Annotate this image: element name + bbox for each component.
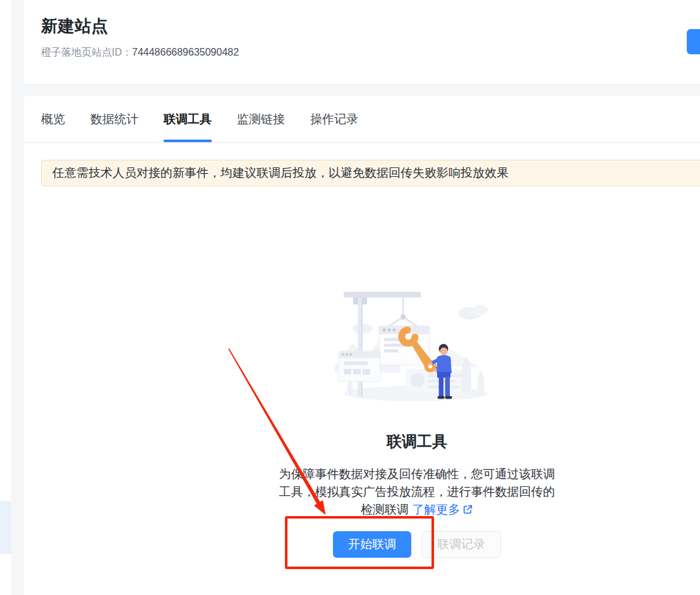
maintenance-wrench-illustration [335,289,499,406]
debug-records-button[interactable]: 联调记录 [421,531,501,558]
empty-state-title: 联调工具 [387,431,447,452]
tab-data-statistics[interactable]: 数据统计 [90,96,138,142]
site-id-row: 橙子落地页站点ID：7444866689635090482 [24,37,700,59]
tab-monitor-links[interactable]: 监测链接 [237,96,285,142]
site-id-label: 橙子落地页站点ID： [41,47,132,57]
sidebar-rail [0,0,11,595]
page-header-card: 新建站点 橙子落地页站点ID：7444866689635090482 [24,0,700,84]
tab-bar: 概览 数据统计 联调工具 监测链接 操作记录 [24,96,700,143]
alert-text: 任意需技术人员对接的新事件，均建议联调后投放，以避免数据回传失败影响投放效果 [52,165,509,181]
start-debug-button[interactable]: 开始联调 [333,531,411,558]
content-card: 概览 数据统计 联调工具 监测链接 操作记录 任意需技术人员对接的新事件，均建议… [24,96,700,595]
tab-operation-log[interactable]: 操作记录 [310,96,358,142]
debug-tool-empty-state: 联调工具 为保障事件数据对接及回传准确性，您可通过该联调工具，模拟真实广告投放流… [259,289,575,558]
page-title: 新建站点 [24,0,700,37]
site-id-value: 7444866689635090482 [132,47,239,57]
empty-state-description: 为保障事件数据对接及回传准确性，您可通过该联调工具，模拟真实广告投放流程，进行事… [275,466,558,519]
empty-state-buttons: 开始联调 联调记录 [333,531,501,558]
sidebar-active-item[interactable] [0,501,11,554]
screen: 新建站点 橙子落地页站点ID：7444866689635090482 概览 数据… [0,0,700,595]
tab-overview[interactable]: 概览 [41,96,65,142]
external-link-icon [462,504,473,515]
partial-action-button[interactable] [687,29,700,54]
learn-more-link[interactable]: 了解更多 [412,503,460,516]
tab-debug-tool[interactable]: 联调工具 [164,96,212,142]
alert-banner: 任意需技术人员对接的新事件，均建议联调后投放，以避免数据回传失败影响投放效果 [41,160,700,186]
